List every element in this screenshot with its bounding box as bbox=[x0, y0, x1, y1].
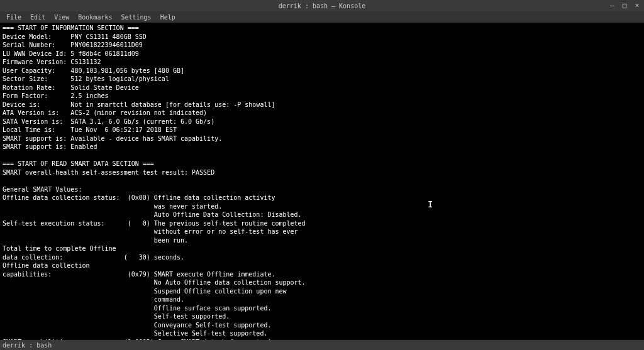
window-controls: — □ × bbox=[608, 1, 641, 10]
menu-view[interactable]: View bbox=[50, 13, 73, 22]
menu-help[interactable]: Help bbox=[157, 13, 179, 22]
titlebar: derrik : bash — Konsole — □ × bbox=[0, 0, 644, 11]
statusbar: derrik : bash bbox=[0, 340, 644, 350]
maximize-button[interactable]: □ bbox=[620, 1, 629, 10]
menu-settings[interactable]: Settings bbox=[117, 13, 155, 22]
menu-edit[interactable]: Edit bbox=[26, 13, 49, 22]
terminal-area[interactable]: === START OF INFORMATION SECTION === Dev… bbox=[0, 23, 644, 340]
menu-file[interactable]: File bbox=[3, 13, 25, 22]
close-button[interactable]: × bbox=[633, 1, 641, 10]
terminal-output: === START OF INFORMATION SECTION === Dev… bbox=[3, 25, 366, 340]
menu-bookmarks[interactable]: Bookmarks bbox=[74, 13, 116, 22]
text-cursor-icon: I bbox=[428, 199, 433, 211]
menubar: File Edit View Bookmarks Settings Help bbox=[0, 11, 644, 23]
tab-label[interactable]: derrik : bash bbox=[3, 342, 52, 349]
window-title: derrik : bash — Konsole bbox=[279, 3, 365, 9]
minimize-button[interactable]: — bbox=[608, 1, 616, 10]
